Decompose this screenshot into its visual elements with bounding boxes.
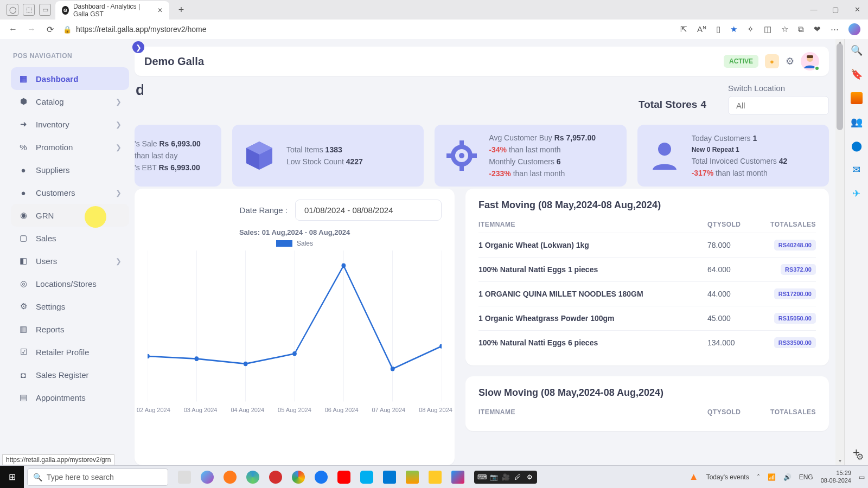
- main-row: Date Range : 01/08/2024 - 08/08/2024 Sal…: [135, 189, 829, 465]
- chevron-right-icon: ❯: [116, 143, 122, 151]
- chevron-right-icon: ❯: [116, 257, 122, 265]
- explorer-icon[interactable]: [429, 471, 442, 484]
- svg-point-12: [148, 354, 150, 359]
- outlook-icon[interactable]: ✉: [852, 164, 860, 176]
- edge-icon[interactable]: [246, 471, 259, 484]
- scroll-down-icon[interactable]: ▾: [835, 458, 844, 465]
- edge-settings-icon[interactable]: ⚙: [856, 452, 864, 462]
- volume-icon[interactable]: 🔊: [783, 473, 792, 481]
- chrome-icon[interactable]: [292, 471, 305, 484]
- sidebar-item-settings[interactable]: ⚙Settings: [11, 295, 129, 318]
- skype-icon[interactable]: [360, 471, 373, 484]
- x-tick: 03 Aug 2024: [184, 407, 218, 413]
- item-name: 100% Natural Natti Eggs 6 pieces: [478, 338, 707, 347]
- minimize-button[interactable]: —: [806, 2, 821, 16]
- nav-label: Catalog: [36, 97, 64, 106]
- nav-icon: ●: [18, 188, 28, 197]
- sidebar-item-grn[interactable]: ◉GRN: [11, 204, 129, 227]
- record-icon[interactable]: [269, 471, 282, 484]
- search-icon: 🔍: [33, 473, 42, 481]
- back-button[interactable]: ←: [8, 24, 18, 35]
- extensions-icon[interactable]: ✧: [747, 24, 754, 34]
- browser-tab[interactable]: G Dashboard - Analytics | Galla GST ✕: [55, 1, 169, 20]
- sidebar-item-sales-register[interactable]: ◘Sales Register: [11, 363, 129, 386]
- sidebar-item-appointments[interactable]: ▤Appointments: [11, 386, 129, 409]
- x-tick: 04 Aug 2024: [231, 407, 264, 413]
- favorites-bar-icon[interactable]: ☆: [781, 24, 788, 34]
- nav-icon: ▤: [18, 393, 28, 402]
- sales-chart-panel: Date Range : 01/08/2024 - 08/08/2024 Sal…: [135, 189, 455, 465]
- url-box[interactable]: 🔒 https://retail.galla.app/mystorev2/hom…: [63, 25, 206, 34]
- close-window-button[interactable]: ✕: [850, 2, 865, 16]
- profile-icon[interactable]: ◯: [7, 4, 18, 16]
- more-icon[interactable]: ⋯: [831, 24, 839, 34]
- page-header: Demo Galla ACTIVE ● ⚙: [135, 47, 829, 76]
- copilot-taskbar-icon[interactable]: [201, 471, 214, 484]
- shopping-icon[interactable]: ❤: [814, 24, 821, 34]
- nav-icon: ▦: [18, 74, 28, 84]
- search-icon[interactable]: 🔍: [851, 44, 863, 56]
- sidebar-item-catalog[interactable]: ⬢Catalog❯: [11, 90, 129, 113]
- sidebar-item-sales[interactable]: ▢Sales: [11, 227, 129, 249]
- facebook-icon[interactable]: [315, 471, 328, 484]
- split-icon[interactable]: ◫: [764, 24, 771, 34]
- sidebar-item-promotion[interactable]: %Promotion❯: [11, 136, 129, 158]
- copilot-icon[interactable]: [848, 23, 860, 35]
- people-icon[interactable]: 👥: [851, 116, 863, 128]
- sidebar-item-customers[interactable]: ●Customers❯: [11, 181, 129, 204]
- app-icon-2[interactable]: [451, 471, 464, 484]
- network-icon[interactable]: 📶: [768, 473, 776, 481]
- page-scrollbar[interactable]: ▴ ▾: [835, 39, 844, 465]
- reader-icon[interactable]: ▯: [716, 24, 720, 34]
- taskbar-search[interactable]: 🔍 Type here to search: [27, 468, 168, 486]
- slow-moving-title: Slow Moving (08 May,2024-08 Aug,2024): [478, 387, 816, 399]
- notifications-icon[interactable]: ▭: [859, 473, 865, 481]
- task-view-icon[interactable]: [178, 471, 191, 484]
- workspaces-icon[interactable]: ⬚: [23, 4, 35, 16]
- read-aloud-icon[interactable]: Aᴺ: [697, 24, 706, 34]
- app-icon-1[interactable]: [406, 471, 419, 484]
- firefox-icon[interactable]: [224, 471, 237, 484]
- language-indicator[interactable]: ENG: [799, 473, 813, 481]
- nav-toggle-button[interactable]: ❯: [132, 41, 144, 53]
- capture-toolbar[interactable]: ⌨📷🎥🖊⚙: [474, 471, 537, 484]
- stat-card-avg: Avg Customer Buy Rs 7,957.00 -34% than l…: [435, 125, 626, 187]
- sidebar-item-locations-stores[interactable]: ◎Locations/Stores: [11, 272, 129, 295]
- store-icon[interactable]: [383, 471, 396, 484]
- scroll-thumb[interactable]: [837, 43, 843, 130]
- sidebar-item-retailer-profile[interactable]: ☑Retailer Profile: [11, 341, 129, 363]
- sidebar-item-dashboard[interactable]: ▦Dashboard: [11, 67, 129, 90]
- nav-icon: ◎: [18, 279, 28, 288]
- alert-badge[interactable]: ●: [765, 54, 779, 68]
- send-icon[interactable]: ✈: [852, 188, 860, 200]
- sidebar-item-inventory[interactable]: ➜Inventory❯: [11, 113, 129, 136]
- youtube-icon[interactable]: [337, 471, 350, 484]
- office-icon[interactable]: ⬤: [851, 140, 862, 152]
- sidebar-item-suppliers[interactable]: ●Suppliers: [11, 158, 129, 181]
- tab-close-icon[interactable]: ✕: [157, 7, 163, 14]
- clock[interactable]: 15:29 08-08-2024: [821, 470, 851, 484]
- tools-icon[interactable]: [851, 92, 863, 104]
- open-external-icon[interactable]: ⇱: [680, 24, 687, 34]
- date-range-input[interactable]: 01/08/2024 - 08/08/2024: [295, 200, 442, 221]
- tray-expand-icon[interactable]: ˄: [757, 473, 760, 481]
- weather-icon[interactable]: ▲: [689, 471, 699, 483]
- switch-location-select[interactable]: All: [728, 96, 829, 115]
- item-name: 1 Organic Wheatgrass Powder 100gm: [478, 314, 707, 323]
- start-button[interactable]: ⊞: [0, 466, 24, 489]
- shopping-tag-icon[interactable]: 🔖: [851, 68, 863, 80]
- todays-events[interactable]: Today's events: [706, 473, 749, 481]
- qty-sold: 78.000: [707, 241, 756, 249]
- tab-actions-icon[interactable]: ▭: [39, 4, 51, 16]
- maximize-button[interactable]: ▢: [828, 2, 843, 16]
- avatar[interactable]: [801, 52, 819, 70]
- sidebar-item-reports[interactable]: ▥Reports: [11, 318, 129, 341]
- item-name: 100% Natural Natti Eggs 1 pieces: [478, 265, 707, 274]
- sidebar-item-users[interactable]: ◧Users❯: [11, 249, 129, 272]
- new-tab-button[interactable]: +: [174, 2, 189, 17]
- refresh-button[interactable]: ⟳: [44, 24, 55, 35]
- collections-icon[interactable]: ⧉: [798, 24, 804, 34]
- fast-moving-panel: Fast Moving (08 May,2024-08 Aug,2024) IT…: [465, 189, 829, 365]
- settings-icon[interactable]: ⚙: [786, 55, 794, 67]
- favorite-icon[interactable]: ★: [730, 24, 737, 34]
